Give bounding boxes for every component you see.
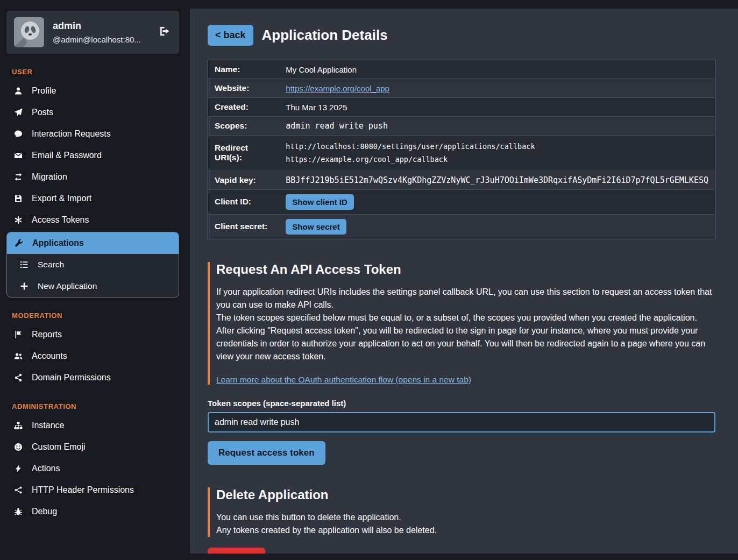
created-value: Thu Mar 13 2025 [279,98,715,117]
sidebar-item-new-application[interactable]: New Application [7,275,179,297]
row-label: Client secret: [208,214,280,239]
table-row: Client secret: Show secret [208,214,715,239]
list-icon [19,260,30,270]
request-token-heading: Request An API Access Token [216,262,715,277]
share-icon [13,486,24,495]
oauth-docs-link[interactable]: Learn more about the OAuth authenticatio… [216,375,471,384]
sidebar-item-reports[interactable]: Reports [6,324,179,345]
smiley-icon [13,443,24,452]
sidebar-item-domain-permissions[interactable]: Domain Permissions [6,367,179,388]
sidebar-item-label: New Application [38,281,97,291]
sidebar-applications-group: Applications Search New Application [6,232,179,297]
sidebar-item-applications[interactable]: Applications [7,232,179,254]
request-access-token-button[interactable]: Request access token [208,441,325,465]
table-row: Client ID: Show client ID [208,189,715,214]
sidebar-item-label: HTTP Header Permissions [32,485,134,495]
delete-paragraph: Any tokens created by the application wi… [216,524,715,537]
sidebar-item-custom-emoji[interactable]: Custom Emoji [6,436,179,458]
token-paragraph: The token scopes specified below must be… [216,311,715,324]
sidebar-item-export-import[interactable]: Export & Import [6,188,179,209]
main-content: < back Application Details Name: My Cool… [190,9,738,554]
sitemap-icon [13,421,24,430]
user-icon [13,87,24,96]
delete-button[interactable]: Delete [208,548,265,554]
sidebar-item-http-header-permissions[interactable]: HTTP Header Permissions [6,479,179,501]
table-row: Name: My Cool Application [208,60,715,79]
wrench-icon [13,239,24,248]
sidebar-item-label: Migration [32,172,67,182]
redirect-uri-value: http://localhost:8080/settings/user/appl… [286,140,708,153]
sidebar-item-access-tokens[interactable]: Access Tokens [6,209,179,231]
token-scopes-input[interactable] [208,412,715,433]
sidebar-item-email-password[interactable]: Email & Password [6,145,179,166]
sidebar-item-label: Actions [32,464,60,473]
sidebar-item-label: Email & Password [32,151,102,160]
plus-icon [19,282,30,291]
sidebar-item-label: Domain Permissions [32,373,111,382]
back-button[interactable]: < back [208,25,253,46]
token-scopes-label: Token scopes (space-separated list) [208,399,715,408]
share-nodes-icon [13,373,24,382]
sidebar-item-label: Instance [32,421,64,430]
arrows-left-right-icon [13,173,24,182]
sidebar-item-label: Applications [32,238,84,248]
delete-application-intro: Delete Application You can use this butt… [208,487,715,537]
application-details-table: Name: My Cool Application Website: https… [208,60,715,239]
delete-application-section: Delete Application You can use this butt… [208,487,715,554]
table-row: Created: Thu Mar 13 2025 [208,98,715,117]
row-label: Redirect URI(s): [208,136,280,171]
request-token-intro: Request An API Access Token If your appl… [208,262,715,385]
row-label: Name: [208,60,280,79]
sidebar: admin @admin@localhost:80... USER Profil… [0,0,186,560]
sidebar-item-instance[interactable]: Instance [6,415,179,436]
row-label: Website: [208,79,280,98]
user-info: admin @admin@localhost:80... [53,20,148,44]
logout-icon[interactable] [157,24,172,41]
table-row: Website: https://example.org/cool_app [208,79,715,98]
sidebar-item-label: Profile [32,86,56,96]
vapid-key-value: BBJffJ219b5iE512m7wQSzv4KgKDhgZZVzNyWC_r… [279,171,715,189]
show-secret-button[interactable]: Show secret [286,219,346,235]
user-card[interactable]: admin @admin@localhost:80... [6,11,179,54]
delete-application-heading: Delete Application [216,487,715,502]
page-title: Application Details [262,27,388,44]
sidebar-item-label: Debug [32,507,57,516]
application-name-value: My Cool Application [279,60,715,79]
page-header: < back Application Details [208,25,715,46]
sidebar-item-label: Access Tokens [32,215,89,225]
row-label: Created: [208,98,280,117]
floppy-icon [13,194,24,203]
request-token-section: Request An API Access Token If your appl… [208,262,715,465]
sidebar-item-label: Search [38,260,64,270]
row-label: Scopes: [208,117,280,136]
sidebar-item-interaction-requests[interactable]: Interaction Requests [6,123,179,145]
row-label: Client ID: [208,189,280,214]
sidebar-item-label: Export & Import [32,194,91,203]
show-client-id-button[interactable]: Show client ID [286,194,354,210]
sidebar-item-accounts[interactable]: Accounts [6,345,179,367]
sidebar-item-label: Accounts [32,351,67,361]
sidebar-item-debug[interactable]: Debug [6,501,179,522]
row-label: Vapid key: [208,171,280,189]
scopes-value: admin read write push [279,117,715,136]
token-paragraph: If your application redirect URIs includ… [216,286,715,311]
user-handle: @admin@localhost:80... [53,35,148,44]
table-row: Scopes: admin read write push [208,117,715,136]
sidebar-section-moderation: MODERATION [12,311,179,320]
sidebar-item-applications-search[interactable]: Search [7,254,179,275]
table-row: Vapid key: BBJffJ219b5iE512m7wQSzv4KgKDh… [208,171,715,189]
redirect-uri-value: https://example.org/cool_app/callback [286,153,708,166]
sidebar-item-migration[interactable]: Migration [6,166,179,188]
sidebar-item-label: Interaction Requests [32,129,111,139]
sidebar-item-posts[interactable]: Posts [6,102,179,123]
sidebar-item-actions[interactable]: Actions [6,458,179,479]
bug-icon [13,507,24,516]
sidebar-section-administration: ADMINISTRATION [12,402,179,410]
flag-icon [13,330,24,339]
envelope-icon [13,151,24,160]
sidebar-item-profile[interactable]: Profile [6,80,179,102]
website-link[interactable]: https://example.org/cool_app [286,84,389,93]
paper-plane-icon [13,108,24,117]
avatar [14,17,44,47]
token-paragraph: After clicking "Request access token", y… [216,324,715,363]
